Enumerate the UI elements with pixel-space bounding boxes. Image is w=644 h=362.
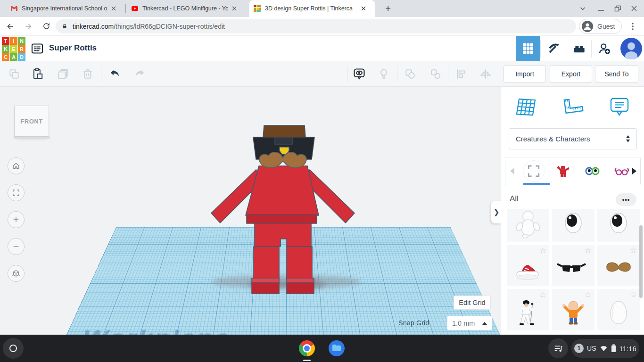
viewport[interactable]: FRONT Workplane — [0, 87, 501, 335]
panel-scrollbar[interactable] — [639, 225, 643, 298]
add-ruler-button[interactable] — [558, 93, 586, 121]
browser-menu-icon[interactable] — [627, 21, 638, 32]
launcher-button[interactable] — [3, 338, 24, 359]
favorite-star-icon[interactable]: ☆ — [539, 209, 546, 211]
notes-button[interactable] — [605, 93, 634, 121]
mirror-button[interactable] — [475, 64, 496, 84]
toolbar-separator — [448, 66, 448, 82]
snap-grid-select[interactable]: 1.0 mm — [447, 316, 492, 330]
edit-grid-button[interactable]: Edit Grid — [454, 296, 491, 310]
chrome-app-icon[interactable] — [299, 340, 315, 356]
brick-export-button[interactable] — [567, 36, 591, 61]
minecraft-export-button[interactable] — [541, 36, 566, 61]
profile-button[interactable]: Guest — [579, 19, 622, 34]
favorite-star-icon[interactable]: ☆ — [630, 246, 637, 255]
shape-item-egg[interactable]: ☆ — [597, 289, 640, 330]
user-avatar[interactable] — [619, 36, 644, 61]
tinkercad-header: T I N K E R C A D Super Rottis — [0, 36, 644, 61]
redo-button[interactable] — [129, 64, 150, 84]
import-button[interactable]: Import — [504, 66, 546, 82]
design-title[interactable]: Super Rottis — [49, 43, 97, 53]
tab-search-icon[interactable] — [577, 3, 588, 14]
ungroup-icon — [429, 68, 442, 80]
snap-grid-value: 1.0 mm — [452, 320, 482, 327]
shape-item-white-figure[interactable]: ☆ — [507, 209, 549, 242]
tab-gmail[interactable]: Singapore International School o — [6, 0, 124, 17]
tab-title: Tinkercad - LEGO Minifigure - You — [142, 5, 228, 12]
restore-button[interactable] — [612, 3, 623, 14]
tab-close-icon[interactable] — [109, 4, 118, 13]
home-icon — [11, 161, 21, 171]
design-properties-icon[interactable] — [30, 41, 44, 56]
invite-people-button[interactable] — [592, 36, 617, 61]
paste-button[interactable] — [27, 64, 48, 84]
shape-panel: Creatures & Characters All ••• ☆ — [501, 87, 644, 335]
forward-button[interactable] — [21, 19, 36, 34]
perspective-toggle-button[interactable] — [8, 265, 25, 282]
shape-category-select[interactable]: Creatures & Characters — [509, 128, 637, 149]
favorite-star-icon[interactable]: ☆ — [585, 290, 592, 300]
fit-view-button[interactable] — [8, 184, 25, 201]
clock: 11:16 — [619, 345, 636, 353]
shape-item-dancer[interactable]: ☆ — [507, 289, 549, 330]
shape-item-eye[interactable]: ☆ — [552, 209, 594, 242]
url-field[interactable]: tinkercad.com/things/ldR66gDCIGN-super-r… — [56, 19, 576, 33]
tab-tinkercad-active[interactable]: 3D design Super Rottis | Tinkerca — [249, 0, 375, 17]
carousel-right-icon[interactable] — [632, 168, 636, 174]
undo-button[interactable] — [105, 64, 125, 84]
workplane-label: Workplane — [77, 326, 232, 335]
battery-icon — [611, 344, 616, 353]
files-app-icon[interactable] — [329, 340, 345, 356]
minifigure-model[interactable] — [198, 113, 368, 302]
add-workplane-button[interactable] — [512, 93, 540, 121]
carousel-item-select-frame[interactable] — [523, 161, 544, 181]
export-button[interactable]: Export — [550, 66, 592, 82]
tab-youtube[interactable]: Tinkercad - LEGO Minifigure - You — [126, 0, 245, 17]
group-button[interactable] — [400, 64, 421, 84]
new-tab-button[interactable]: + — [382, 2, 394, 15]
dashboard-button[interactable] — [516, 36, 540, 61]
carousel-item-eyes[interactable] — [582, 161, 603, 181]
back-button[interactable] — [3, 19, 18, 34]
shape-item-eye[interactable]: ☆ — [597, 209, 640, 242]
align-icon — [455, 68, 467, 80]
shape-item-moustache[interactable]: ☆ — [597, 245, 640, 286]
panel-collapse-handle[interactable]: ❯ — [491, 201, 502, 223]
delete-button[interactable] — [77, 64, 98, 84]
shape-item-sunglasses[interactable]: ☆ — [552, 245, 594, 286]
shape-item-cheering-kid[interactable]: ☆ — [552, 289, 594, 330]
copy-button[interactable] — [4, 64, 25, 84]
light-button[interactable] — [373, 64, 394, 84]
align-button[interactable] — [451, 64, 471, 84]
tab-close-icon[interactable] — [359, 4, 368, 13]
send-to-button[interactable]: Send To — [595, 66, 638, 82]
show-all-button[interactable] — [349, 64, 370, 84]
moustache-icon — [602, 254, 636, 283]
favorite-star-icon[interactable]: ☆ — [630, 209, 637, 211]
duplicate-button[interactable] — [53, 64, 74, 84]
tab-close-icon[interactable] — [230, 4, 239, 13]
favorite-star-icon[interactable]: ☆ — [539, 290, 546, 300]
favorite-star-icon[interactable]: ☆ — [630, 290, 637, 300]
shape-item-sneaker[interactable]: ☆ — [507, 245, 549, 286]
minimize-button[interactable] — [595, 3, 607, 14]
carousel-item-glasses[interactable] — [611, 161, 632, 181]
toolbar-separator — [397, 66, 397, 82]
overflow-menu-icon[interactable]: ••• — [616, 193, 636, 206]
media-playlist-icon — [553, 343, 563, 354]
zoom-in-button[interactable] — [8, 211, 25, 228]
status-tray[interactable]: 1 US 11:16 — [571, 339, 639, 358]
favorite-star-icon[interactable]: ☆ — [585, 246, 592, 255]
tinkercad-logo[interactable]: T I N K E R C A D — [2, 37, 25, 61]
reload-button[interactable] — [39, 19, 54, 34]
home-view-button[interactable] — [8, 157, 25, 174]
close-window-button[interactable] — [628, 3, 640, 14]
favorite-star-icon[interactable]: ☆ — [585, 209, 592, 211]
carousel-item-robot[interactable] — [553, 161, 573, 181]
favorite-star-icon[interactable]: ☆ — [539, 246, 546, 255]
carousel-left-icon[interactable] — [510, 168, 514, 174]
ungroup-button[interactable] — [425, 64, 446, 84]
zoom-out-button[interactable] — [8, 238, 25, 255]
media-controls-button[interactable] — [548, 338, 568, 358]
view-cube[interactable]: FRONT — [14, 106, 49, 137]
